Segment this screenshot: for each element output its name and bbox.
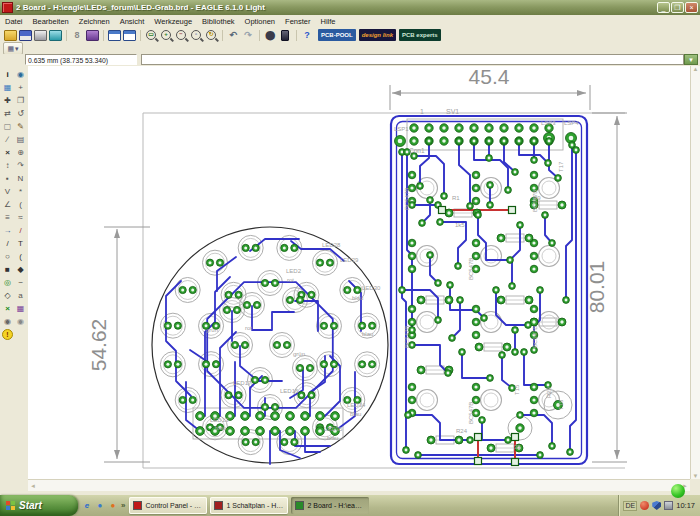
banner-pcb-experts[interactable]: PCB experts — [399, 29, 441, 41]
tool-show[interactable]: ◉ — [14, 68, 27, 81]
tool-paste[interactable]: ▤ — [14, 133, 27, 146]
browser-ball-icon[interactable]: ● — [95, 501, 105, 511]
menu-hilfe[interactable]: Hilfe — [315, 16, 340, 27]
tool-circle[interactable]: ○ — [1, 250, 14, 263]
command-input[interactable] — [141, 54, 684, 65]
banner-design-link[interactable]: design link — [359, 29, 396, 41]
tool-rect[interactable]: ■ — [1, 263, 14, 276]
stop-icon[interactable]: ⬤ — [263, 29, 277, 41]
tray-network-icon[interactable] — [664, 501, 673, 510]
tool-split[interactable]: ( — [14, 198, 27, 211]
tool-info[interactable]: i — [1, 68, 14, 81]
tool-ripup[interactable]: / — [14, 224, 27, 237]
tool-delete[interactable]: × — [1, 146, 14, 159]
zoom-select-icon[interactable]: ▫ — [189, 29, 203, 41]
tool-copy[interactable]: ❐ — [14, 94, 27, 107]
redo-icon[interactable]: ↷ — [241, 29, 255, 41]
tool-move[interactable]: ✚ — [1, 94, 14, 107]
close-button[interactable]: × — [685, 2, 698, 13]
menu-bearbeiten[interactable]: Bearbeiten — [28, 16, 74, 27]
overflow-chevron-icon[interactable]: » — [121, 501, 125, 510]
tool-group[interactable]: ▢ — [1, 120, 14, 133]
tool-miter[interactable]: ∠ — [1, 198, 14, 211]
board-label: Con1 — [409, 147, 425, 154]
tool-mirror[interactable]: ⇄ — [1, 107, 14, 120]
board-canvas[interactable]: 45.4 80.01 54.62 1SV1LSP1LSP3LSP4Con1R11… — [28, 66, 690, 479]
tool-polygon[interactable]: ◆ — [14, 263, 27, 276]
help-icon[interactable]: ? — [300, 29, 314, 41]
print-icon[interactable] — [33, 29, 47, 41]
zoom-redraw-icon[interactable]: ↻ — [204, 29, 218, 41]
tool-route[interactable]: → — [1, 224, 14, 237]
tool-wire[interactable]: / — [1, 237, 14, 250]
firefox-icon[interactable]: ● — [108, 501, 118, 511]
tool-cut[interactable]: ∕ — [1, 133, 14, 146]
board-label: LED30 — [362, 285, 381, 291]
menu-zeichnen[interactable]: Zeichnen — [74, 16, 115, 27]
tool-mark[interactable]: + — [14, 81, 27, 94]
tool-attribute[interactable]: a — [14, 289, 27, 302]
minimize-button[interactable]: _ — [657, 2, 670, 13]
scroll-left-icon[interactable]: ◄ — [30, 483, 36, 489]
save-icon[interactable] — [18, 29, 32, 41]
tool-meander[interactable]: ≈ — [14, 211, 27, 224]
maximize-button[interactable]: ❐ — [671, 2, 684, 13]
tool-drc[interactable]: ◉ — [1, 315, 14, 328]
tray-shield-icon[interactable] — [652, 501, 661, 510]
menu-fenster[interactable]: Fenster — [280, 16, 315, 27]
window-save-icon[interactable] — [122, 29, 136, 41]
tool-add[interactable]: ⊕ — [14, 146, 27, 159]
menu-optionen[interactable]: Optionen — [240, 16, 280, 27]
tool-text[interactable]: T — [14, 237, 27, 250]
cam-processor-icon[interactable] — [48, 29, 62, 41]
scroll-down-icon[interactable]: ▼ — [693, 473, 699, 479]
tool-rotate[interactable]: ↺ — [14, 107, 27, 120]
board-label: blau — [215, 425, 226, 431]
toolbar-separator — [140, 30, 141, 41]
tool-errors-warning[interactable]: ! — [1, 328, 14, 341]
banner-pcb-pool[interactable]: PCB-POOL — [318, 29, 356, 41]
taskbar-button-board[interactable]: 2 Board - H:\eagle\LE... — [291, 497, 369, 514]
gates-icon[interactable]: 8 — [70, 29, 84, 41]
language-indicator[interactable]: DE — [623, 501, 637, 511]
tool-pinswap[interactable]: ↕ — [1, 159, 14, 172]
tray-red-icon[interactable] — [640, 501, 649, 510]
taskbar-button-schematic[interactable]: 1 Schaltplan - H:\eagl... — [210, 497, 288, 514]
tool-errors[interactable]: ◉ — [14, 315, 27, 328]
library-icon[interactable] — [85, 29, 99, 41]
start-button[interactable]: Start — [0, 495, 78, 516]
taskbar-button-control-panel[interactable]: Control Panel - H:\ea... — [129, 497, 207, 514]
zoom-fit-icon[interactable]: ▭ — [144, 29, 158, 41]
tool-optimize[interactable]: ≡ — [1, 211, 14, 224]
zoom-in-icon[interactable]: + — [159, 29, 173, 41]
scroll-up-icon[interactable]: ▲ — [693, 66, 699, 72]
tool-replace[interactable]: ↷ — [14, 159, 27, 172]
menu-ansicht[interactable]: Ansicht — [115, 16, 150, 27]
tool-signal[interactable]: ~ — [14, 276, 27, 289]
window-load-icon[interactable] — [107, 29, 121, 41]
tool-hole[interactable]: ◇ — [1, 289, 14, 302]
internet-explorer-icon[interactable]: e — [82, 501, 92, 511]
tool-change[interactable]: ✎ — [14, 120, 27, 133]
undo-icon[interactable]: ↶ — [226, 29, 240, 41]
horizontal-scrollbar[interactable]: ◄ ► — [28, 479, 690, 491]
tool-value[interactable]: V — [1, 185, 14, 198]
menu-datei[interactable]: Datei — [0, 16, 28, 27]
tool-smash[interactable]: * — [14, 185, 27, 198]
tool-auto[interactable]: ▦ — [14, 302, 27, 315]
tool-arc[interactable]: ( — [14, 250, 27, 263]
board-label: T17 — [558, 161, 564, 172]
menu-bibliothek[interactable]: Bibliothek — [197, 16, 240, 27]
tool-name[interactable]: N — [14, 172, 27, 185]
vertical-scrollbar[interactable]: ▲ ▼ — [690, 66, 700, 479]
tool-lock[interactable]: ▪ — [1, 172, 14, 185]
run-icon[interactable] — [278, 29, 292, 41]
menu-werkzeuge[interactable]: Werkzeuge — [149, 16, 197, 27]
command-dropdown-button[interactable]: ▼ — [684, 54, 698, 65]
tool-display[interactable]: ▦ — [1, 81, 14, 94]
menu-bar: DateiBearbeitenZeichnenAnsichtWerkzeugeB… — [0, 15, 700, 29]
tool-via[interactable]: ◎ — [1, 276, 14, 289]
tool-ratsnest[interactable]: × — [1, 302, 14, 315]
zoom-out-icon[interactable]: − — [174, 29, 188, 41]
open-icon[interactable] — [3, 29, 17, 41]
